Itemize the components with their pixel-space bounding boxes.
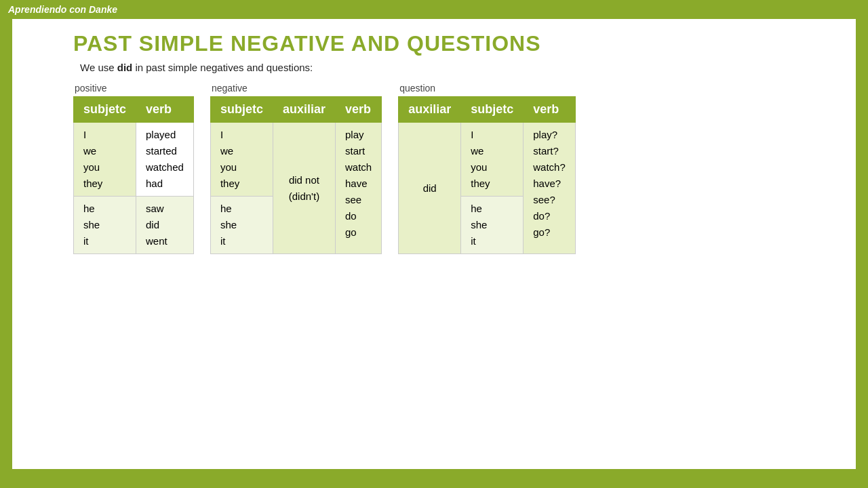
negative-subject2: hesheit <box>210 197 273 254</box>
tables-area: positive subjetc verb Iweyouthey playeds… <box>73 83 842 254</box>
positive-subject2: hesheit <box>74 197 136 254</box>
positive-label: positive <box>75 83 194 94</box>
positive-header-verb: verb <box>136 97 194 123</box>
question-header-auxiliar: auxiliar <box>399 97 461 123</box>
negative-auxiliar: did not(didn't) <box>273 123 335 254</box>
table-row: hesheit sawdidwent <box>74 197 194 254</box>
negative-subject1: Iweyouthey <box>210 123 273 197</box>
question-subject2: hesheit <box>461 197 524 254</box>
question-auxiliar: did <box>399 123 461 254</box>
question-header-verb: verb <box>524 97 576 123</box>
positive-subject1: Iweyouthey <box>74 123 136 197</box>
question-label: question <box>399 83 576 94</box>
table-row: Iweyouthey did not(didn't) playstartwatc… <box>210 123 381 197</box>
table-row: did Iweyouthey play?start?watch?have?see… <box>399 123 576 197</box>
intro-bold: did <box>117 62 133 73</box>
negative-header-auxiliar: auxiliar <box>273 97 335 123</box>
question-table: auxiliar subjetc verb did Iweyouthey pla… <box>398 96 576 254</box>
negative-label: negative <box>212 83 382 94</box>
question-subject1: Iweyouthey <box>461 123 524 197</box>
negative-verb: playstartwatchhaveseedogo <box>335 123 381 254</box>
question-header-subject: subjetc <box>461 97 524 123</box>
positive-table: subjetc verb Iweyouthey playedstartedwat… <box>73 96 194 254</box>
main-title: PAST SIMPLE NEGATIVE AND QUESTIONS <box>73 31 842 56</box>
positive-verb2: sawdidwent <box>136 197 194 254</box>
negative-table: subjetc auxiliar verb Iweyouthey did not… <box>210 96 382 254</box>
main-content: PAST SIMPLE NEGATIVE AND QUESTIONS We us… <box>12 19 856 469</box>
right-stripe <box>856 19 868 469</box>
question-section: question auxiliar subjetc verb did Iweyo… <box>398 83 576 254</box>
positive-header-subject: subjetc <box>74 97 136 123</box>
negative-header-subject: subjetc <box>210 97 273 123</box>
table-row: Iweyouthey playedstartedwatchedhad <box>74 123 194 197</box>
top-bar: Aprendiendo con Danke <box>0 0 868 19</box>
positive-section: positive subjetc verb Iweyouthey playeds… <box>73 83 194 254</box>
negative-header-verb: verb <box>335 97 381 123</box>
bottom-bar <box>0 469 868 488</box>
intro-prefix: We use <box>80 62 117 73</box>
question-verb: play?start?watch?have?see?do?go? <box>524 123 576 254</box>
negative-section: negative subjetc auxiliar verb Iweyouthe… <box>210 83 382 254</box>
intro-text: We use did in past simple negatives and … <box>80 62 842 73</box>
left-stripe <box>0 19 12 469</box>
intro-suffix: in past simple negatives and questions: <box>132 62 313 73</box>
positive-verb1: playedstartedwatchedhad <box>136 123 194 197</box>
site-title: Aprendiendo con Danke <box>8 4 117 15</box>
